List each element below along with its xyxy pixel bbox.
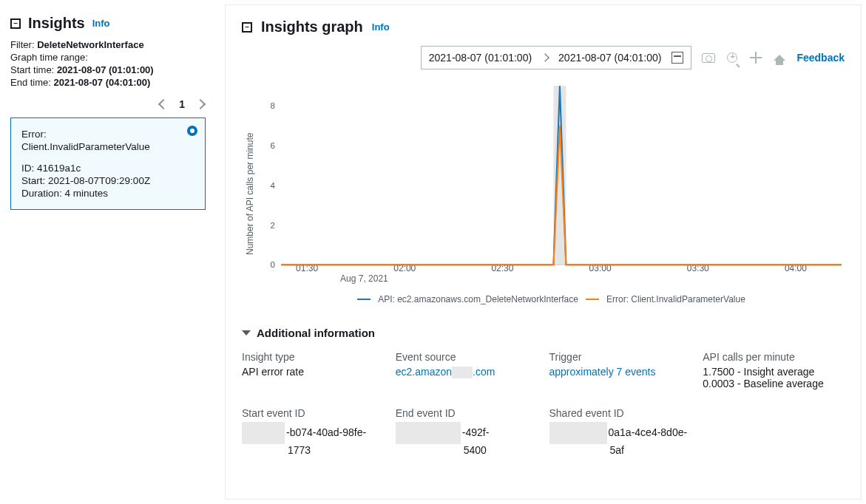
range-start-text: 2021-08-07 (01:01:00): [429, 52, 532, 64]
camera-icon[interactable]: [702, 51, 715, 64]
date-range-picker[interactable]: 2021-08-07 (01:01:00) 2021-08-07 (04:01:…: [421, 46, 692, 69]
zoom-in-icon[interactable]: [725, 51, 739, 64]
insights-sidebar: – Insights Info Filter: DeleteNetworkInt…: [4, 4, 207, 500]
y-axis-label: Number of API calls per minute: [242, 83, 258, 304]
end-event-id-value: -492f- 5400: [396, 422, 538, 456]
start-time-label: Start time:: [10, 64, 54, 75]
graph-toolbar: 2021-08-07 (01:01:00) 2021-08-07 (04:01:…: [242, 46, 845, 75]
pager-next-icon[interactable]: [195, 99, 206, 109]
end-time-value: 2021-08-07 (04:01:00): [54, 77, 151, 88]
api-calls-baseline-avg: 0.0003 - Baseline average: [703, 378, 845, 389]
legend-swatch-api: [357, 299, 371, 300]
trigger-value[interactable]: approximately 7 events: [549, 366, 691, 378]
shared-event-id-label: Shared event ID: [549, 407, 691, 419]
event-source-label: Event source: [396, 351, 538, 363]
graph-title: Insights graph: [261, 18, 363, 35]
start-event-id-label: Start event ID: [242, 407, 384, 419]
pan-icon[interactable]: [749, 51, 762, 64]
additional-info-title: Additional information: [257, 327, 375, 339]
additional-info-toggle[interactable]: Additional information: [242, 327, 845, 339]
collapse-icon[interactable]: –: [242, 22, 252, 33]
calendar-icon: [672, 52, 683, 64]
radio-selected-icon[interactable]: [187, 126, 197, 136]
card-start-label: Start:: [21, 175, 45, 186]
shared-event-id-value: 0a1a-4ce4-8d0e- 5af: [549, 422, 691, 456]
end-time-label: End time:: [10, 77, 51, 88]
svg-text:8: 8: [271, 101, 275, 110]
legend-error-label: Error: Client.InvalidParameterValue: [606, 294, 745, 304]
graph-info-link[interactable]: Info: [372, 21, 390, 33]
caret-down-icon: [242, 330, 251, 336]
api-calls-label: API calls per minute: [703, 351, 845, 363]
card-id-value: 41619a1c: [37, 163, 81, 174]
redacted-text: [396, 422, 461, 444]
insight-type-value: API error rate: [242, 366, 384, 378]
card-error-value: Client.InvalidParameterValue: [21, 141, 194, 152]
x-axis-date: Aug 7, 2021: [340, 273, 845, 284]
filter-value: DeleteNetworkInterface: [37, 39, 144, 50]
range-end-text: 2021-08-07 (04:01:00): [558, 52, 661, 64]
card-id-label: ID:: [21, 163, 34, 174]
line-chart[interactable]: 02468: [258, 83, 845, 260]
start-event-id-value: -b074-40ad-98fe- 1773: [242, 422, 384, 456]
trigger-label: Trigger: [549, 351, 691, 363]
chevron-right-icon: [541, 53, 549, 61]
pager-page: 1: [179, 98, 185, 110]
additional-info-grid: Insight type API error rate Event source…: [242, 351, 845, 456]
card-start-value: 2021-08-07T09:29:00Z: [48, 175, 150, 186]
card-error-label: Error:: [21, 129, 194, 140]
sidebar-title: Insights: [28, 15, 85, 32]
legend-swatch-error: [586, 299, 599, 300]
card-duration-label: Duration:: [21, 188, 62, 199]
redacted-text: [549, 422, 607, 444]
event-source-value[interactable]: ec2.amazonxxxx.com: [396, 366, 538, 378]
legend-api-label: API: ec2.amazonaws.com_DeleteNetworkInte…: [378, 294, 578, 304]
svg-text:0: 0: [271, 260, 275, 268]
filter-label: Filter:: [10, 39, 35, 50]
range-label: Graph time range:: [10, 52, 207, 63]
card-duration-value: 4 minutes: [65, 188, 109, 199]
sidebar-info-link[interactable]: Info: [92, 18, 110, 29]
pager: 1: [10, 98, 204, 110]
chart-legend: API: ec2.amazonaws.com_DeleteNetworkInte…: [258, 294, 845, 304]
api-calls-insight-avg: 1.7500 - Insight average: [703, 366, 845, 378]
start-time-value: 2021-08-07 (01:01:00): [57, 64, 154, 75]
graph-panel: – Insights graph Info 2021-08-07 (01:01:…: [225, 4, 862, 500]
end-event-id-label: End event ID: [396, 407, 538, 419]
svg-text:4: 4: [271, 181, 276, 190]
feedback-link[interactable]: Feedback: [796, 52, 845, 64]
svg-text:2: 2: [271, 221, 275, 230]
redacted-text: xxxx: [452, 367, 473, 378]
insight-type-label: Insight type: [242, 351, 384, 363]
redacted-text: [242, 422, 285, 444]
pager-prev-icon[interactable]: [158, 99, 169, 109]
collapse-icon[interactable]: –: [10, 18, 21, 29]
insight-card[interactable]: Error: Client.InvalidParameterValue ID: …: [10, 118, 206, 210]
home-icon[interactable]: [773, 51, 786, 64]
svg-text:6: 6: [271, 141, 275, 150]
